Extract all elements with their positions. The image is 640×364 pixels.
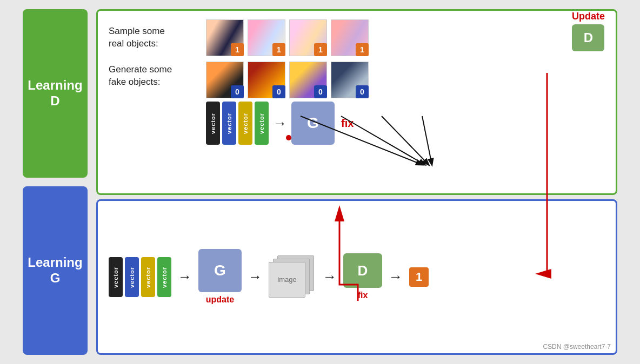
badge-0-1: 0: [231, 85, 244, 98]
vector-bar-green-g: vector: [157, 257, 171, 297]
section-g-inner: vector vector vector vector → G update →: [109, 210, 605, 345]
real-objects-row: Sample somereal objects: 1 1 1: [109, 19, 605, 56]
vector-bar-green: vector: [255, 102, 269, 145]
right-content: Update D Sample somereal objects: 1: [96, 9, 617, 355]
update-label: Update: [572, 11, 605, 22]
g-box-d: G: [291, 102, 335, 145]
red-dot: [286, 135, 291, 140]
real-objects-label: Sample somereal objects:: [109, 25, 201, 50]
badge-1-4: 1: [356, 43, 369, 56]
vector-bar-blue: vector: [222, 102, 236, 145]
d-fix-col: D fix: [343, 253, 382, 300]
arrow-vec-g: →: [178, 268, 192, 285]
arrow-g-img: →: [248, 268, 262, 285]
fake-img-pair-4: 0: [331, 62, 369, 98]
d-box-g: D: [343, 253, 382, 288]
badge-0-3: 0: [314, 85, 327, 98]
vectors-g-row: vector vector vector vector → G: [206, 102, 371, 145]
badge-0-2: 0: [272, 85, 285, 98]
fake-img-pair-1: 0: [206, 62, 244, 98]
vector-bar-black-g: vector: [109, 257, 123, 297]
update-d-box: Update D: [572, 11, 605, 51]
d-box-update: D: [572, 24, 604, 51]
fix-label-g: fix: [358, 291, 368, 300]
image-stack: i image: [269, 255, 316, 299]
arrow-to-g: →: [273, 115, 287, 132]
update-label-g: update: [206, 295, 234, 305]
fake-objects-label: Generate somefake objects:: [109, 62, 201, 89]
fake-images-row: 0 0 0 0: [206, 62, 371, 98]
vector-bar-gold: vector: [238, 102, 252, 145]
label-learning-g: Learning G: [23, 186, 88, 355]
left-labels: Learning D Learning G: [23, 9, 88, 355]
main-container: Learning D Learning G Update D Sample so…: [23, 9, 617, 355]
badge-1-2: 1: [272, 43, 285, 56]
section-g: vector vector vector vector → G update →: [96, 199, 617, 355]
real-img-pair-1: 1: [206, 19, 244, 56]
vector-bar-gold-g: vector: [141, 257, 155, 297]
g-update-col: G update: [198, 249, 242, 305]
real-images-badges: 1 1 1 1: [206, 19, 371, 56]
fake-g-section: 0 0 0 0: [206, 62, 371, 145]
badge-0-4: 0: [356, 85, 369, 98]
section-d: Update D Sample somereal objects: 1: [96, 9, 617, 195]
fake-img-pair-2: 0: [248, 62, 285, 98]
g-fix-container: G fix: [291, 102, 354, 145]
fake-img-pair-3: 0: [289, 62, 327, 98]
badge-1-3: 1: [314, 43, 327, 56]
label-learning-d: Learning D: [23, 9, 88, 178]
arrow-img-d: →: [323, 268, 337, 285]
output-badge: 1: [409, 267, 429, 287]
real-img-pair-3: 1: [289, 19, 327, 56]
fix-label-d: fix: [341, 117, 354, 130]
vector-group: vector vector vector vector: [206, 102, 269, 145]
stacked-img-front: image: [269, 262, 305, 298]
vector-bar-black: vector: [206, 102, 220, 145]
vector-bar-blue-g: vector: [125, 257, 139, 297]
badge-1-1: 1: [231, 43, 244, 56]
g-box-wrapper: G: [291, 102, 335, 145]
fake-objects-section: Generate somefake objects: 0 0: [109, 62, 605, 145]
g-box-g: G: [198, 249, 242, 292]
vector-group-g: vector vector vector vector: [109, 257, 171, 297]
real-img-pair-4: 1: [331, 19, 369, 56]
real-img-pair-2: 1: [248, 19, 285, 56]
watermark: CSDN @sweetheart7-7: [543, 343, 611, 350]
arrow-d-out: →: [389, 268, 403, 285]
